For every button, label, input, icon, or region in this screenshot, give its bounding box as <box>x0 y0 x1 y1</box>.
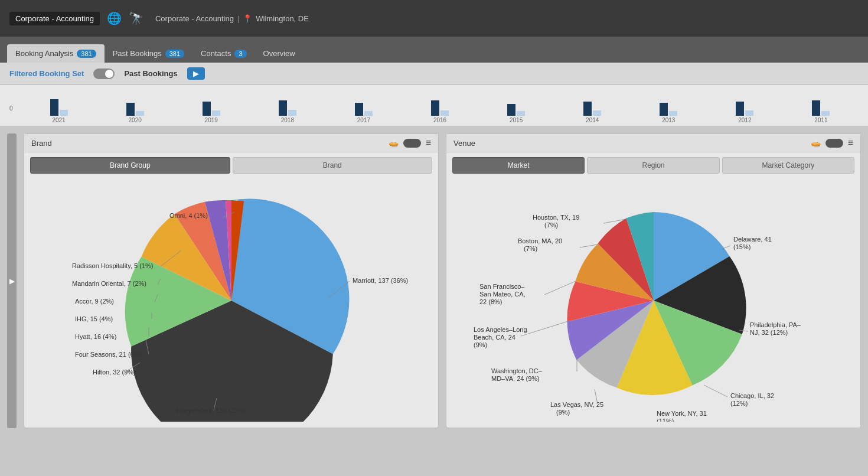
brand-chart-area: Marriott, 137 (36%) Independent, 130 (35… <box>24 174 438 428</box>
year-group-2012: 2012 <box>707 92 782 123</box>
tab-past-bookings[interactable]: Past Bookings 381 <box>105 44 192 63</box>
bar-dark <box>812 100 820 116</box>
venue-pie-chart: Delaware, 41 (15%) Philadelphia, PA– NJ,… <box>462 180 846 422</box>
svg-text:San Mateo, CA,: San Mateo, CA, <box>479 291 526 298</box>
bar-dark <box>50 99 58 116</box>
side-collapse-panel[interactable]: ▶ <box>7 133 17 428</box>
bar-light <box>593 110 601 116</box>
bar-light <box>517 111 525 116</box>
venue-chart-pie-icon[interactable]: 🥧 <box>811 138 821 148</box>
boston-label: Boston, MA, 20 <box>518 237 562 244</box>
year-label: 2016 <box>433 117 446 123</box>
past-bookings-label: Past Bookings <box>124 69 177 78</box>
year-label: 2014 <box>586 117 599 123</box>
y-axis-label: 0 <box>9 105 13 112</box>
delaware-label: Delaware, 41 <box>733 236 772 243</box>
bar-light <box>669 111 677 116</box>
filtered-toggle[interactable] <box>93 69 115 79</box>
svg-line-23 <box>521 321 568 336</box>
venue-subtab-market[interactable]: Market <box>452 157 585 174</box>
lasvegas-label: Las Vegas, NV, 25 <box>550 401 603 408</box>
brand-card: Brand 🥧 ≡ Brand Group Brand <box>24 133 439 428</box>
brand-subtab-brand-group[interactable]: Brand Group <box>30 157 230 174</box>
tab-contacts-badge: 3 <box>234 50 246 58</box>
bar-light <box>288 110 296 116</box>
year-group-2018: 2018 <box>250 92 325 123</box>
chicago-label: Chicago, IL, 32 <box>730 392 774 399</box>
bar-dark <box>660 103 668 116</box>
year-group-2011: 2011 <box>784 92 859 123</box>
location-text: Wilmington, DE <box>256 14 309 23</box>
venue-sub-tabs: Market Region Market Category <box>446 152 860 174</box>
year-group-2017: 2017 <box>326 92 401 123</box>
svg-line-15 <box>704 385 727 397</box>
brand-chart-pie-icon[interactable]: 🥧 <box>389 138 399 148</box>
binoculars-icon[interactable]: 🔭 <box>129 11 143 25</box>
svg-text:(7%): (7%) <box>544 221 558 229</box>
bar-pair <box>583 92 601 116</box>
svg-text:MD–VA, 24 (9%): MD–VA, 24 (9%) <box>491 375 540 382</box>
location-icon: 📍 <box>243 14 252 23</box>
bar-light <box>745 110 753 116</box>
svg-text:(7%): (7%) <box>524 245 537 252</box>
brand-card-header: Brand 🥧 ≡ <box>24 134 438 152</box>
year-group-2020: 2020 <box>97 92 172 123</box>
four-seasons-label: Four Seasons, 21 (6%) <box>75 351 142 358</box>
tab-booking-analysis-badge: 381 <box>77 50 96 58</box>
houston-label: Houston, TX, 19 <box>533 214 579 221</box>
tab-past-bookings-badge: 381 <box>165 50 184 58</box>
svg-text:(15%): (15%) <box>733 243 750 250</box>
bar-pair <box>431 92 449 116</box>
hyatt-label: Hyatt, 16 (4%) <box>75 333 116 340</box>
bar-pair <box>355 92 373 116</box>
bar-dark <box>203 102 211 116</box>
venue-chart-area: Delaware, 41 (15%) Philadelphia, PA– NJ,… <box>446 174 860 428</box>
brand-list-icon[interactable]: ≡ <box>426 138 431 148</box>
tab-booking-analysis[interactable]: Booking Analysis 381 <box>7 44 105 63</box>
venue-subtab-region[interactable]: Region <box>587 157 719 174</box>
bar-pair <box>812 92 830 116</box>
venue-chart-toggle[interactable] <box>825 139 843 148</box>
sf-label: San Francisco– <box>479 283 525 290</box>
venue-subtab-market-category[interactable]: Market Category <box>722 157 854 174</box>
bar-dark <box>355 103 363 116</box>
svg-text:NJ, 32 (12%): NJ, 32 (12%) <box>750 329 788 336</box>
svg-text:Beach, CA, 24: Beach, CA, 24 <box>474 334 515 341</box>
tab-overview[interactable]: Overview <box>255 44 304 63</box>
brand-subtab-brand[interactable]: Brand <box>233 157 433 174</box>
washington-label: Washington, DC– <box>491 367 543 374</box>
bar-dark <box>126 103 135 116</box>
marriott-label: Marriott, 137 (36%) <box>353 277 408 284</box>
svg-text:(9%): (9%) <box>474 341 487 348</box>
app-title-text: Corporate - Accounting <box>15 14 94 23</box>
brand-chart-toggle[interactable] <box>403 139 421 148</box>
header: Corporate - Accounting 🌐 🔭 Corporate - A… <box>0 0 868 37</box>
philadelphia-label: Philadelphia, PA– <box>750 321 801 328</box>
toolbar: Filtered Booking Set Past Bookings ▶ <box>0 63 868 85</box>
accor-label: Accor, 9 (2%) <box>75 298 114 305</box>
venue-list-icon[interactable]: ≡ <box>848 138 853 148</box>
bar-light <box>440 110 449 116</box>
bar-light <box>136 111 144 116</box>
year-label: 2019 <box>205 117 218 123</box>
radisson-label: Radisson Hospitality, 5 (1%) <box>72 262 153 269</box>
bar-dark <box>736 102 744 116</box>
year-label: 2020 <box>129 117 142 123</box>
export-icon: ▶ <box>193 69 199 78</box>
filtered-booking-set-label: Filtered Booking Set <box>9 69 84 78</box>
export-button[interactable]: ▶ <box>187 67 205 80</box>
brand-sub-tabs: Brand Group Brand <box>24 152 438 174</box>
venue-card-controls: 🥧 ≡ <box>811 138 853 148</box>
globe-icon[interactable]: 🌐 <box>107 11 122 25</box>
tab-past-bookings-label: Past Bookings <box>113 49 162 58</box>
tab-contacts[interactable]: Contacts 3 <box>192 44 254 63</box>
brand-card-title: Brand <box>31 139 52 148</box>
svg-text:(11%): (11%) <box>657 418 674 422</box>
timeline-section: 0 2021 2020 2019 <box>0 85 868 126</box>
year-group-2013: 2013 <box>631 92 706 123</box>
independent-label: Independent, 130 (35%) <box>175 407 245 414</box>
bar-pair <box>507 92 525 116</box>
venue-card: Venue 🥧 ≡ Market Region Market Category <box>446 133 861 428</box>
omni-label: Omni, 4 (1%) <box>169 212 208 219</box>
year-group-2021: 2021 <box>21 92 96 123</box>
